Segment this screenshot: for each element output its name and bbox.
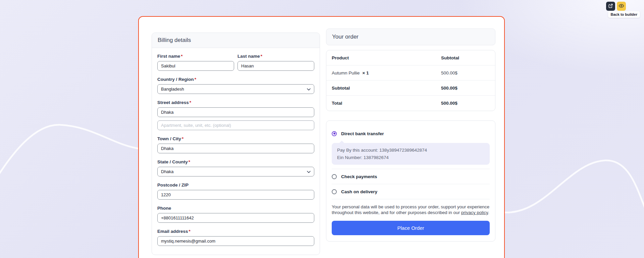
phone-field-group: Phone — [157, 206, 314, 223]
eye-icon — [619, 3, 624, 10]
postcode-field-group: Postcode / ZIP — [157, 183, 314, 200]
total-value: 500.00$ — [441, 101, 490, 106]
required-asterisk: * — [189, 159, 190, 164]
checkout-preview-card: Billing details First name* Last name* C… — [138, 16, 505, 258]
country-select[interactable]: Bangladesh — [157, 84, 314, 94]
state-county-field-group: State / County* Dhaka — [157, 159, 314, 176]
country-field-group: Country / Region* Bangladesh — [157, 77, 314, 94]
town-city-input[interactable] — [157, 144, 314, 153]
town-city-field-group: Town / City* — [157, 136, 314, 153]
chevron-down-icon — [307, 87, 311, 92]
payment-option-label: Check payments — [341, 174, 377, 179]
billing-details-title: Billing details — [152, 33, 320, 48]
subtotal-label: Subtotal — [332, 86, 350, 91]
phone-input[interactable] — [157, 213, 314, 223]
state-county-select[interactable]: Dhaka — [157, 167, 314, 176]
place-order-button[interactable]: Place Order — [332, 221, 490, 235]
required-asterisk: * — [195, 77, 196, 82]
order-item-row: Autumn Pullie × 1 500.00$ — [326, 65, 495, 81]
payment-option-cash-on-delivery[interactable]: Cash on delivery — [332, 184, 490, 199]
order-item-qty: × 1 — [362, 70, 369, 75]
ein-number-line: Ein Number: 1387982674 — [337, 154, 484, 161]
street-address-field-group: Street address* — [157, 100, 314, 130]
billing-details-card: Billing details First name* Last name* C… — [152, 33, 320, 255]
first-name-input[interactable] — [157, 61, 234, 71]
your-order-title: Your order — [326, 29, 495, 45]
external-link-icon — [608, 3, 613, 9]
radio-unselected-icon[interactable] — [332, 174, 337, 179]
chevron-down-icon — [307, 169, 311, 174]
subtotal-value: 500.00$ — [441, 86, 490, 91]
email-input[interactable] — [157, 236, 314, 246]
required-asterisk: * — [182, 136, 183, 141]
total-label: Total — [332, 101, 342, 106]
radio-unselected-icon[interactable] — [332, 189, 337, 194]
preview-button[interactable] — [617, 2, 626, 11]
state-county-label: State / County* — [157, 159, 314, 164]
postcode-input[interactable] — [157, 190, 314, 200]
payment-option-label: Direct bank transfer — [341, 131, 384, 136]
email-label: Email address* — [157, 229, 314, 234]
last-name-input[interactable] — [237, 61, 314, 71]
subtotal-column-header: Subtotal — [441, 55, 490, 60]
street-address-label: Street address* — [157, 100, 314, 105]
bank-transfer-info-box: Pay By this account: 138y389472389642874… — [332, 143, 490, 165]
first-name-label: First name* — [157, 54, 234, 59]
bank-account-line: Pay By this account: 138y389472389642874 — [337, 147, 484, 154]
required-asterisk: * — [181, 54, 182, 59]
apartment-suite-input[interactable] — [157, 120, 314, 130]
state-selected-value: Dhaka — [161, 169, 174, 174]
payment-methods-card: Direct bank transfer Pay By this account… — [326, 120, 495, 242]
last-name-label: Last name* — [237, 54, 314, 59]
payment-option-label: Cash on delivery — [341, 189, 377, 194]
back-to-builder-tooltip: Back to builder — [608, 11, 640, 18]
order-column: Your order Product Subtotal Autumn Pulli… — [326, 29, 495, 242]
last-name-field-group: Last name* — [237, 54, 314, 71]
required-asterisk: * — [190, 100, 191, 105]
open-in-new-tab-button[interactable] — [606, 2, 615, 11]
town-city-label: Town / City* — [157, 136, 314, 141]
order-item-price: 500.00$ — [441, 70, 490, 75]
billing-form: First name* Last name* Country / Region*… — [152, 48, 320, 255]
country-selected-value: Bangladesh — [161, 87, 184, 92]
order-subtotal-row: Subtotal 500.00$ — [326, 81, 495, 96]
order-table-header-row: Product Subtotal — [326, 50, 495, 65]
order-summary-table: Product Subtotal Autumn Pullie × 1 500.0… — [326, 50, 495, 111]
radio-selected-icon[interactable] — [332, 131, 337, 136]
divider — [332, 199, 490, 199]
country-label: Country / Region* — [157, 77, 314, 82]
postcode-label: Postcode / ZIP — [157, 183, 314, 188]
product-column-header: Product — [332, 55, 349, 60]
street-address-input[interactable] — [157, 107, 314, 117]
order-total-row: Total 500.00$ — [326, 96, 495, 111]
email-field-group: Email address* — [157, 229, 314, 246]
builder-controls — [606, 2, 626, 11]
payment-option-check-payments[interactable]: Check payments — [332, 169, 490, 184]
required-asterisk: * — [189, 229, 191, 234]
first-name-field-group: First name* — [157, 54, 234, 71]
order-item-name: Autumn Pullie — [332, 70, 360, 75]
privacy-policy-link[interactable]: privacy policy — [461, 210, 488, 215]
required-asterisk: * — [261, 54, 262, 59]
privacy-policy-text: Your personal data will be used to proce… — [332, 204, 490, 216]
phone-label: Phone — [157, 206, 314, 211]
payment-option-direct-bank-transfer[interactable]: Direct bank transfer — [332, 126, 490, 141]
